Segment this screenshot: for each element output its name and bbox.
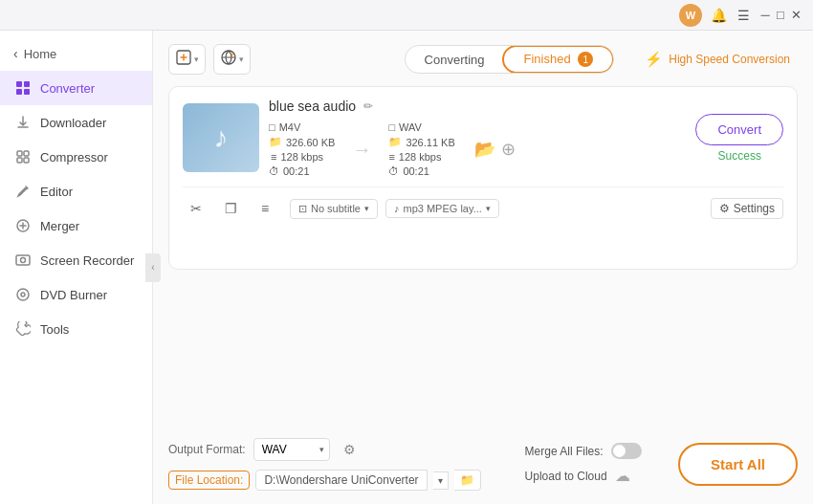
tab-bar: Converting Finished 1 [405, 45, 615, 75]
add-url-arrow-icon: ▾ [239, 55, 244, 64]
hsc-label: High Speed Conversion [669, 53, 790, 66]
tab-finished[interactable]: Finished 1 [502, 45, 614, 75]
add-url-icon [220, 49, 237, 70]
start-all-button[interactable]: Start All [678, 443, 798, 486]
finished-badge: 1 [578, 52, 593, 67]
cut-icon[interactable]: ✂ [183, 195, 209, 222]
file-actions-row: ✂ ❐ ≡ ⊡ No subtitle ▾ ♪ mp3 MPEG lay... … [183, 186, 783, 222]
convert-button[interactable]: Convert [695, 114, 783, 145]
extra-icons: 📂 ⊕ [474, 139, 516, 160]
back-arrow-icon: ‹ [13, 46, 18, 61]
output-format-row: Output Format: WAV MP3 M4V AAC ▾ ⚙ [168, 437, 481, 462]
sidebar-item-label: DVD Burner [40, 288, 107, 302]
sidebar-item-label: Screen Recorder [40, 253, 134, 268]
upload-row: Upload to Cloud ☁ [525, 467, 642, 485]
audio-dropdown[interactable]: ♪ mp3 MPEG lay... ▾ [385, 199, 499, 218]
add-file-button[interactable]: ▾ [168, 44, 206, 75]
format-select-wrapper: WAV MP3 M4V AAC ▾ [253, 438, 330, 461]
merge-label: Merge All Files: [525, 445, 604, 458]
sidebar-item-converter[interactable]: Converter [0, 71, 152, 105]
sidebar-item-editor[interactable]: Editor [0, 174, 152, 208]
add-url-button[interactable]: ▾ [213, 44, 251, 75]
copy-icon[interactable]: ❐ [217, 195, 244, 222]
compressor-icon [13, 147, 33, 166]
file-location-label: File Location: [168, 471, 250, 490]
svg-rect-2 [16, 89, 22, 95]
file-location-dropdown-button[interactable]: ▾ [433, 471, 449, 490]
title-bar: W 🔔 ☰ ─ □ ✕ [0, 0, 813, 31]
sidebar-collapse-button[interactable]: ‹ [145, 253, 161, 282]
target-bitrate: 128 kbps [399, 151, 442, 163]
music-note-icon: ♪ [214, 121, 229, 154]
upload-cloud-icon[interactable]: ☁ [615, 467, 630, 485]
extra-icon-2[interactable]: ⊕ [501, 139, 516, 160]
merge-upload-section: Merge All Files: Upload to Cloud ☁ [525, 443, 642, 485]
svg-point-12 [21, 293, 25, 296]
target-duration: 00:21 [403, 165, 429, 177]
sidebar-item-merger[interactable]: Merger [0, 208, 152, 243]
sidebar: ‹ Home Converter Downloader [0, 31, 153, 504]
subtitle-label: No subtitle [311, 203, 361, 214]
menu-dots-icon[interactable]: ≡ [252, 195, 278, 222]
file-location-row: File Location: D:\Wondershare UniConvert… [168, 470, 481, 491]
bell-icon[interactable]: 🔔 [708, 5, 729, 26]
output-settings-gear-button[interactable]: ⚙ [338, 437, 363, 462]
file-thumbnail: ♪ [183, 103, 259, 172]
file-location-folder-button[interactable]: 📁 [454, 470, 481, 491]
source-format: M4V [279, 121, 301, 133]
add-file-icon [175, 49, 192, 70]
output-format-select[interactable]: WAV MP3 M4V AAC [253, 438, 330, 461]
success-status: Success [718, 149, 761, 163]
target-format-icon: □ [388, 121, 395, 133]
file-edit-icon[interactable]: ✏ [363, 99, 373, 113]
svg-rect-5 [24, 151, 29, 156]
subtitle-dropdown[interactable]: ⊡ No subtitle ▾ [290, 199, 378, 219]
sidebar-back-label: Home [24, 47, 57, 61]
svg-point-10 [21, 258, 26, 263]
sidebar-item-label: Editor [40, 185, 73, 199]
upload-label: Upload to Cloud [525, 470, 607, 483]
source-clock-icon: ⏱ [269, 165, 279, 177]
screen-recorder-icon [13, 251, 33, 270]
sidebar-item-tools[interactable]: Tools [0, 312, 152, 346]
sidebar-item-label: Compressor [40, 150, 108, 164]
source-bitrate-line2: ≡ 128 kbps [269, 151, 335, 163]
svg-rect-0 [16, 81, 22, 87]
sidebar-item-compressor[interactable]: Compressor [0, 140, 152, 174]
svg-point-11 [17, 289, 29, 300]
sidebar-back[interactable]: ‹ Home [0, 40, 152, 67]
target-clock-icon: ⏱ [388, 165, 399, 177]
gear-icon: ⚙ [343, 442, 356, 457]
settings-button[interactable]: ⚙ Settings [711, 198, 783, 219]
bottom-bar: Output Format: WAV MP3 M4V AAC ▾ ⚙ [168, 427, 798, 491]
sidebar-item-dvd-burner[interactable]: DVD Burner [0, 277, 152, 312]
minimize-button[interactable]: ─ [758, 8, 773, 23]
settings-gear-icon: ⚙ [719, 202, 730, 215]
high-speed-conversion-button[interactable]: ⚡ High Speed Conversion [637, 47, 798, 72]
source-format-block: □ M4V 📁 326.60 KB ≡ 128 kbps [269, 121, 335, 177]
menu-icon[interactable]: ☰ [733, 5, 754, 26]
sidebar-item-downloader[interactable]: Downloader [0, 105, 152, 140]
close-button[interactable]: ✕ [788, 8, 803, 23]
source-bitrate-icon: ≡ [271, 151, 276, 163]
main-content: ▾ ▾ Converting Finished 1 [153, 31, 813, 504]
svg-rect-6 [17, 158, 22, 163]
merge-toggle[interactable] [611, 443, 642, 459]
svg-rect-4 [17, 151, 22, 156]
maximize-button[interactable]: □ [773, 8, 788, 23]
extra-icon-1[interactable]: 📂 [474, 139, 495, 160]
audio-label: mp3 MPEG lay... [403, 203, 481, 214]
file-meta-row: □ M4V 📁 326.60 KB ≡ 128 kbps [269, 121, 686, 177]
sidebar-item-label: Merger [40, 219, 79, 233]
svg-rect-3 [24, 89, 30, 95]
audio-icon: ♪ [394, 203, 400, 214]
sidebar-item-label: Converter [40, 81, 95, 96]
target-bitrate-line: 📁 326.11 KB [388, 136, 454, 148]
converter-icon [13, 78, 33, 98]
sidebar-item-label: Tools [40, 322, 69, 337]
source-duration: 00:21 [283, 165, 310, 177]
app-body: ‹ Home Converter Downloader [0, 31, 813, 504]
tab-converting[interactable]: Converting [406, 48, 504, 72]
sidebar-item-screen-recorder[interactable]: Screen Recorder [0, 243, 152, 277]
merger-icon [13, 216, 33, 235]
